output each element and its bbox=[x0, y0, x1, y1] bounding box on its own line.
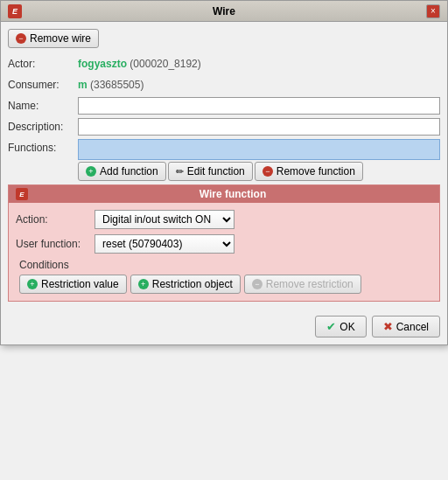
actor-id: (000020_8192) bbox=[130, 58, 200, 70]
remove-restriction-button[interactable]: − Remove restriction bbox=[244, 275, 361, 294]
user-function-label: User function: bbox=[16, 238, 94, 250]
actor-value: fogyaszto bbox=[78, 58, 127, 70]
footer: ✔ OK ✖ Cancel bbox=[1, 309, 447, 344]
restriction-value-icon: + bbox=[27, 279, 38, 289]
remove-wire-label: Remove wire bbox=[30, 32, 91, 45]
consumer-id: (33685505) bbox=[90, 79, 144, 91]
wire-function-title-bar: E Wire function bbox=[9, 185, 439, 203]
add-function-icon: + bbox=[86, 166, 96, 177]
action-row: Action: Digital in/out switch ON bbox=[16, 210, 432, 229]
action-label: Action: bbox=[16, 213, 94, 226]
name-row: Name: bbox=[8, 97, 440, 115]
cancel-label: Cancel bbox=[396, 321, 429, 333]
restriction-object-label: Restriction object bbox=[152, 278, 233, 290]
wire-dialog: E Wire × − Remove wire Actor: fogyaszto … bbox=[0, 0, 448, 345]
functions-buttons: + Add function ✏ Edit function − Remove … bbox=[78, 162, 440, 181]
functions-area bbox=[78, 139, 440, 160]
name-input[interactable] bbox=[78, 97, 440, 115]
remove-restriction-label: Remove restriction bbox=[266, 278, 354, 290]
functions-label: Functions: bbox=[8, 139, 78, 154]
remove-function-icon: − bbox=[262, 166, 273, 177]
remove-restriction-icon: − bbox=[252, 279, 262, 289]
edit-function-label: Edit function bbox=[187, 165, 245, 177]
ok-label: OK bbox=[340, 321, 354, 333]
action-select[interactable]: Digital in/out switch ON bbox=[94, 210, 234, 229]
toolbar-row: − Remove wire bbox=[8, 29, 440, 48]
restriction-value-button[interactable]: + Restriction value bbox=[19, 275, 127, 294]
consumer-value: m bbox=[78, 79, 88, 91]
functions-row: Functions: + Add function ✏ Edit functio… bbox=[8, 139, 440, 181]
consumer-label: Consumer: bbox=[8, 79, 78, 91]
description-row: Description: bbox=[8, 118, 440, 136]
ok-check-icon: ✔ bbox=[326, 320, 336, 333]
sub-panel-title: Wire function bbox=[33, 188, 432, 200]
sub-panel-content: Action: Digital in/out switch ON User fu… bbox=[9, 203, 439, 301]
description-label: Description: bbox=[8, 121, 78, 133]
name-label: Name: bbox=[8, 100, 78, 112]
actor-row: Actor: fogyaszto (000020_8192) bbox=[8, 55, 440, 73]
restriction-object-button[interactable]: + Restriction object bbox=[130, 275, 241, 294]
conditions-label: Conditions bbox=[16, 259, 432, 271]
conditions-buttons: + Restriction value + Restriction object… bbox=[16, 275, 432, 294]
edit-function-button[interactable]: ✏ Edit function bbox=[168, 162, 253, 181]
main-content: − Remove wire Actor: fogyaszto (000020_8… bbox=[1, 22, 447, 309]
title-bar: E Wire × bbox=[1, 1, 447, 22]
wire-function-panel: E Wire function Action: Digital in/out s… bbox=[8, 184, 440, 302]
user-function-row: User function: reset (50790403) bbox=[16, 234, 432, 254]
actor-label: Actor: bbox=[8, 58, 78, 70]
remove-wire-button[interactable]: − Remove wire bbox=[8, 29, 99, 48]
title-bar-icon: E bbox=[8, 4, 22, 18]
functions-panel: + Add function ✏ Edit function − Remove … bbox=[78, 139, 440, 181]
restriction-value-label: Restriction value bbox=[41, 278, 119, 290]
user-function-select[interactable]: reset (50790403) bbox=[94, 234, 234, 254]
close-button[interactable]: × bbox=[426, 4, 440, 18]
ok-button[interactable]: ✔ OK bbox=[315, 316, 366, 337]
remove-wire-icon: − bbox=[16, 33, 26, 44]
restriction-object-icon: + bbox=[138, 279, 149, 289]
remove-function-button[interactable]: − Remove function bbox=[255, 162, 363, 181]
sub-panel-icon: E bbox=[16, 188, 28, 200]
remove-function-label: Remove function bbox=[276, 165, 355, 177]
edit-function-icon: ✏ bbox=[176, 166, 184, 177]
conditions-section: Conditions + Restriction value + Restric… bbox=[16, 259, 432, 294]
add-function-label: Add function bbox=[100, 165, 158, 177]
cancel-x-icon: ✖ bbox=[383, 320, 393, 333]
window-title: Wire bbox=[22, 5, 426, 17]
add-function-button[interactable]: + Add function bbox=[78, 162, 166, 181]
description-input[interactable] bbox=[78, 118, 440, 136]
cancel-button[interactable]: ✖ Cancel bbox=[372, 316, 440, 337]
consumer-row: Consumer: m (33685505) bbox=[8, 76, 440, 94]
